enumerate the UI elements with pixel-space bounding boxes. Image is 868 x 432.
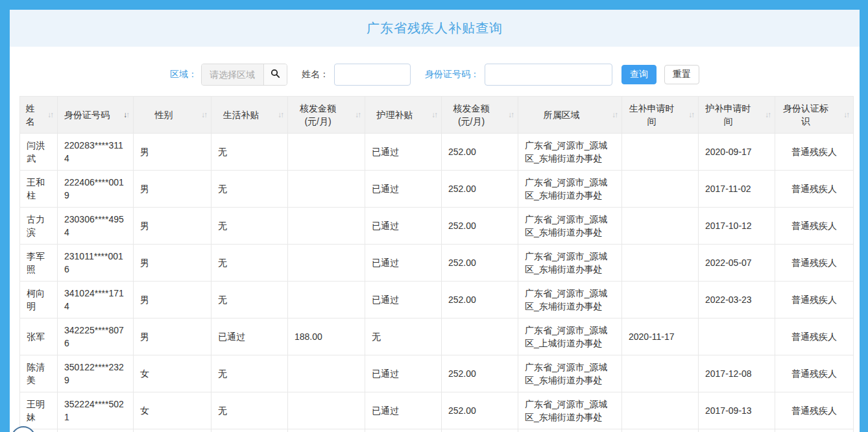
- table-cell: 普通残疾人: [775, 355, 854, 392]
- table-cell: 已通过: [211, 318, 288, 355]
- column-header-8[interactable]: 生补申请时间↓↑: [622, 97, 699, 134]
- table-cell: 男: [134, 134, 211, 171]
- table-cell: 2017-11-02: [699, 171, 775, 208]
- table-cell: 已通过: [365, 282, 442, 318]
- table-row: 陈清美350122****2329女无已通过252.00广东省_河源市_源城区_…: [20, 355, 854, 392]
- name-label: 姓名：: [302, 69, 329, 80]
- table-cell: 男: [134, 245, 211, 282]
- table-cell: 352224****5021: [58, 392, 134, 429]
- table-cell: 普通残疾人: [775, 171, 854, 208]
- table-cell: 陈清美: [20, 355, 58, 392]
- column-header-2[interactable]: 性别↓↑: [134, 97, 211, 134]
- table-cell: 普通残疾人: [775, 318, 854, 355]
- column-label: 身份证号码: [64, 110, 110, 120]
- column-label: 核发金额(元/月): [300, 103, 336, 126]
- table-cell: [288, 134, 365, 171]
- query-button[interactable]: 查询: [621, 65, 657, 84]
- sort-icon[interactable]: ↓↑: [843, 108, 850, 121]
- region-label: 区域：: [170, 69, 197, 80]
- sort-icon[interactable]: ↓↑: [123, 108, 130, 121]
- table-cell: [622, 355, 699, 392]
- sort-icon[interactable]: ↓↑: [201, 108, 208, 121]
- table-row: 张军342225****8076男已通过188.00无广东省_河源市_源城区_上…: [20, 318, 854, 355]
- column-header-1[interactable]: 身份证号码↓↑: [58, 97, 134, 134]
- table-cell: 2017-10-12: [699, 208, 775, 245]
- column-label: 生补申请时间: [629, 103, 675, 126]
- table-cell: 252.00: [442, 171, 518, 208]
- table-cell: 李军照: [20, 245, 58, 282]
- table-cell: 无: [211, 134, 288, 171]
- table-cell: 古力滨: [20, 208, 58, 245]
- table-cell: 广东省_河源市_源城区_东埔街道办事处: [518, 392, 622, 429]
- column-header-4[interactable]: 核发金额(元/月)↓↑: [288, 97, 365, 134]
- table-cell: [288, 245, 365, 282]
- column-header-7[interactable]: 所属区域↓↑: [518, 97, 622, 134]
- column-header-10[interactable]: 身份认证标识↓↑: [775, 97, 854, 134]
- table-cell: [622, 245, 699, 282]
- idcard-label: 身份证号码：: [425, 69, 479, 80]
- sort-icon[interactable]: ↓↑: [612, 108, 618, 121]
- table-cell: 252.00: [442, 245, 518, 282]
- region-input[interactable]: [202, 64, 263, 85]
- table-cell: 220283****3114: [58, 134, 134, 171]
- table-cell: 341024****1714: [58, 282, 134, 318]
- name-input[interactable]: [334, 64, 411, 86]
- table-cell: 无: [211, 245, 288, 282]
- column-header-5[interactable]: 护理补贴↓↑: [365, 97, 442, 134]
- table-cell: [622, 392, 699, 429]
- table-cell: [442, 318, 518, 355]
- column-header-0[interactable]: 姓名↓↑: [20, 97, 58, 134]
- table-cell: 已通过: [365, 208, 442, 245]
- sort-icon[interactable]: ↓↑: [508, 108, 514, 121]
- table-cell: 男: [134, 208, 211, 245]
- sort-icon[interactable]: ↓↑: [765, 108, 771, 121]
- table-cell: 无: [211, 208, 288, 245]
- table-cell: 王和柱: [20, 171, 58, 208]
- table-cell: 普通残疾人: [775, 282, 854, 318]
- table-cell: [775, 429, 854, 432]
- table-cell: 广东省_河源市_源城区_东埔街道办事处: [518, 208, 622, 245]
- table-cell: [134, 429, 211, 432]
- column-label: 姓名: [26, 103, 35, 126]
- table-cell: 无: [365, 318, 442, 355]
- table-cell: 已通过: [365, 392, 442, 429]
- sort-icon[interactable]: ↓↑: [278, 108, 284, 121]
- sort-icon[interactable]: ↓↑: [431, 108, 438, 121]
- table-cell: [699, 318, 775, 355]
- table-cell: 普通残疾人: [775, 208, 854, 245]
- search-icon: [271, 69, 280, 80]
- column-label: 所属区域: [544, 110, 580, 120]
- idcard-input[interactable]: [485, 64, 612, 86]
- sort-icon[interactable]: ↓↑: [355, 108, 361, 121]
- column-label: 护理补贴: [377, 110, 413, 120]
- table-cell: 柯向明: [20, 282, 58, 318]
- table-cell: 广东省_河源市_源城区_上城街道办事处: [518, 318, 622, 355]
- table-cell: 广东省_河源市_源城区_东埔街道办事处: [518, 134, 622, 171]
- region-search-button[interactable]: [263, 64, 287, 85]
- table-cell: [288, 208, 365, 245]
- table-cell: [288, 355, 365, 392]
- reset-button[interactable]: 重置: [664, 65, 699, 84]
- table-cell: 已通过: [365, 245, 442, 282]
- table-cell: 342225****8076: [58, 318, 134, 355]
- table-cell: [288, 282, 365, 318]
- table-cell: 已通过: [365, 171, 442, 208]
- sort-icon[interactable]: ↓↑: [688, 108, 695, 121]
- column-header-9[interactable]: 护补申请时间↓↑: [699, 97, 775, 134]
- table-row: 古力滨230306****4954男无已通过252.00广东省_河源市_源城区_…: [20, 208, 854, 245]
- table-row: 柯向明341024****1714男无已通过252.00广东省_河源市_源城区_…: [20, 282, 854, 318]
- column-header-6[interactable]: 核发金额(元/月)↓↑: [442, 97, 518, 134]
- sort-icon[interactable]: ↓↑: [47, 108, 54, 121]
- table-row: [20, 429, 854, 432]
- table-row: 王明妹352224****5021女无已通过252.00广东省_河源市_源城区_…: [20, 392, 854, 429]
- table-cell: 广东省_河源市_源城区_东埔街道办事处: [518, 245, 622, 282]
- table-cell: 252.00: [442, 355, 518, 392]
- column-header-3[interactable]: 生活补贴↓↑: [211, 97, 288, 134]
- table-cell: 231011****0016: [58, 245, 134, 282]
- table-cell: 2020-11-17: [622, 318, 699, 355]
- table-cell: 普通残疾人: [775, 392, 854, 429]
- column-label: 性别: [155, 110, 173, 120]
- page-header: 广东省残疾人补贴查询: [10, 10, 860, 47]
- table-cell: 已通过: [365, 134, 442, 171]
- table-cell: 无: [211, 392, 288, 429]
